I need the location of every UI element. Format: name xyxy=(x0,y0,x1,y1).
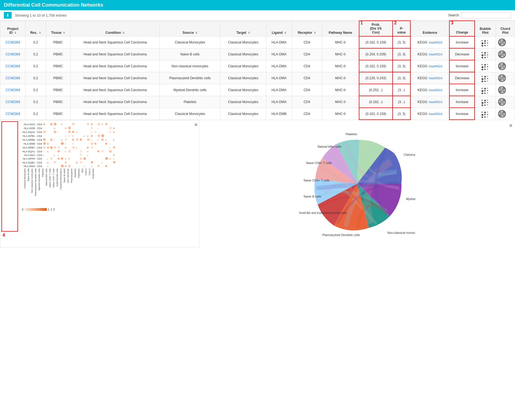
dot-cell xyxy=(60,164,64,168)
dot-cell xyxy=(68,161,71,164)
dot-row-label: HLA-DPP4 - CD4 xyxy=(22,157,43,161)
dot-cell xyxy=(64,142,68,146)
chord-plot-cell[interactable] xyxy=(496,84,515,96)
dot-cell xyxy=(90,126,94,130)
dot-plot: HLA-DOA - CD4HLA-DOB - CD4HLA-DQA2 - CD4… xyxy=(22,122,194,197)
dot-cell xyxy=(79,126,83,130)
hamburger-icon[interactable]: ≡ xyxy=(194,122,197,128)
dot-col-label: Naive B cells xyxy=(27,168,30,181)
color-legend: 0 1 2 3 xyxy=(22,208,197,211)
dot-cell xyxy=(60,142,64,146)
evidence-cell: KEGG: hsa04514 xyxy=(410,60,449,72)
dot-row: HLA-DOA - CD4 xyxy=(22,122,116,126)
dot-cell xyxy=(101,134,105,138)
bubble-plot-cell[interactable] xyxy=(475,96,496,108)
dot-cell xyxy=(64,138,68,142)
chord-hamburger-icon[interactable]: ≡ xyxy=(509,123,512,129)
dot-cell xyxy=(97,134,101,138)
col-header-pathway[interactable]: Pathway Name xyxy=(322,21,359,36)
dot-cell xyxy=(79,157,83,161)
chord-plot-cell[interactable] xyxy=(496,36,515,48)
dot-row: HLA-DQA1 - CD4 xyxy=(22,150,116,153)
evidence-cell: KEGG: hsa04514 xyxy=(410,84,449,96)
bubble-plot-cell[interactable] xyxy=(475,60,496,72)
chord-plot-cell[interactable] xyxy=(496,72,515,84)
dot-cell xyxy=(43,134,47,138)
dot-cell xyxy=(86,130,90,134)
dot-cell xyxy=(97,122,101,126)
col-header-chord-plot[interactable]: ChordPlot xyxy=(496,21,515,36)
dot-cell xyxy=(68,126,71,130)
dot-cell xyxy=(71,157,75,161)
search-area: Search: xyxy=(448,12,511,18)
dot-cell xyxy=(79,153,83,157)
chord-plot-cell[interactable] xyxy=(496,108,515,120)
col-header-prob[interactable]: 1 Prob.(Dis VSCon) xyxy=(359,21,393,36)
dot-cell xyxy=(101,157,105,161)
dot-cell xyxy=(43,161,47,164)
dot-cell xyxy=(50,126,53,130)
dot-cell xyxy=(43,126,47,130)
bubble-plot-cell[interactable] xyxy=(475,72,496,84)
dot-cell xyxy=(53,138,57,142)
dot-col-label: Plasmacytoid Dendritic cells xyxy=(34,168,37,196)
col-header-ligand[interactable]: Ligand ⇕ xyxy=(266,21,292,36)
dot-cell xyxy=(101,161,105,164)
col-header-pvalue[interactable]: 2 P-value xyxy=(393,21,410,36)
annotation-4: 4 xyxy=(2,233,5,238)
col-header-project-id[interactable]: ProjectID ⇕ xyxy=(0,21,25,36)
dot-row-label: HLA-DQB1 - CD4 xyxy=(22,161,43,164)
dot-cell xyxy=(79,138,83,142)
bubble-plot-cell[interactable] xyxy=(475,36,496,48)
dot-cell xyxy=(90,150,94,153)
bubble-plot-cell[interactable] xyxy=(475,84,496,96)
dot-cell xyxy=(57,142,60,146)
dot-cell xyxy=(97,150,101,153)
dot-cell xyxy=(53,142,57,146)
col-header-bubble-plot[interactable]: BubblePlot xyxy=(475,21,496,36)
bubble-plot-icon xyxy=(481,100,489,106)
legend-mid: 1 xyxy=(48,208,50,211)
dot-cell xyxy=(94,157,97,161)
dot-cell xyxy=(109,122,112,126)
dot-cell xyxy=(105,161,109,164)
dot-cell xyxy=(75,130,79,134)
lower-section: 4 HLA-DOA - CD4HLA-DOB - CD4HLA-DQA2 - C… xyxy=(0,120,515,247)
chord-plot-icon xyxy=(498,39,506,46)
dot-cell xyxy=(64,126,68,130)
dot-cell xyxy=(83,153,86,157)
dot-cell xyxy=(71,130,75,134)
col-header-res[interactable]: Res. ⇕ xyxy=(25,21,46,36)
search-input[interactable] xyxy=(461,12,511,18)
chord-plot-icon xyxy=(498,50,506,58)
col-header-tissue[interactable]: Tissue ⇕ xyxy=(46,21,70,36)
top-bar: ⬇ Showing 1 to 10 of 1,758 entries Searc… xyxy=(0,10,515,21)
dot-row-label: HLA-DOB - CD4 xyxy=(22,126,43,130)
dot-cell xyxy=(79,146,83,150)
dot-row: HLA-DPB1 - CD4 xyxy=(22,134,116,138)
dot-cell xyxy=(86,146,90,150)
dot-cell xyxy=(57,146,60,150)
col-header-source[interactable]: Source ⇕ xyxy=(160,21,220,36)
chord-plot-cell[interactable] xyxy=(496,48,515,60)
bubble-plot-icon xyxy=(481,88,489,94)
chord-plot-cell[interactable] xyxy=(496,60,515,72)
col-header-receptor[interactable]: Receptor ⇕ xyxy=(292,21,322,36)
bubble-plot-cell[interactable] xyxy=(475,48,496,60)
col-header-target[interactable]: Target ⇕ xyxy=(220,21,266,36)
chord-label-naivecd4: Naive CD4+ T cells xyxy=(304,179,330,182)
chord-plot-cell[interactable] xyxy=(496,96,515,108)
col-header-condition[interactable]: Condition ⇕ xyxy=(70,21,160,36)
dot-cell xyxy=(97,130,101,134)
download-button[interactable]: ⬇ xyxy=(4,12,12,19)
dot-cell xyxy=(112,146,116,150)
col-header-evidence[interactable]: Evidence xyxy=(410,21,449,36)
dot-cell xyxy=(94,153,97,157)
chord-diagram-svg: Classical Monocytes Myeloid Dendritic ce… xyxy=(299,126,415,242)
dot-cell xyxy=(57,153,60,157)
dot-cell xyxy=(112,126,116,130)
col-header-change[interactable]: 3 Change xyxy=(449,21,475,36)
dot-cell xyxy=(68,134,71,138)
bubble-plot-cell[interactable] xyxy=(475,108,496,120)
dot-cell xyxy=(94,146,97,150)
